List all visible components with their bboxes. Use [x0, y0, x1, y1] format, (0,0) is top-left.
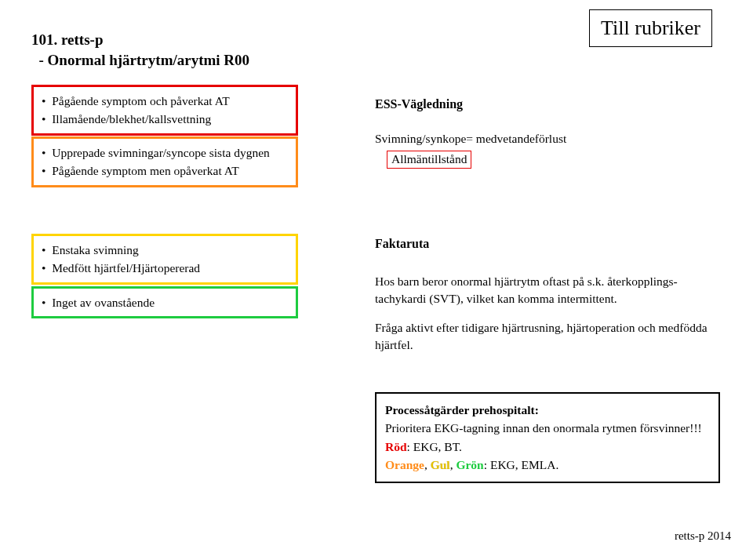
- priority-yellow-item: Enstaka svimning: [42, 241, 289, 259]
- link-till-rubriker-label: Till rubriker: [601, 16, 700, 39]
- fact-box-title: Faktaruta: [375, 237, 429, 251]
- process-title: Processåtgärder prehospitalt:: [385, 401, 710, 419]
- process-oyg-line: Orange, Gul, Grön: EKG, EMLA.: [385, 456, 710, 474]
- label-yellow: Gul: [431, 458, 450, 471]
- priority-yellow-box: Enstaka svimning Medfött hjärtfel/Hjärto…: [31, 234, 298, 285]
- priority-red-item: Pågående symptom och påverkat AT: [42, 92, 289, 110]
- fact-box-body: Hos barn beror onormal hjärtrytm oftast …: [375, 273, 720, 365]
- priority-orange-item: Pågående symptom men opåverkat AT: [42, 162, 289, 180]
- separator: ,: [424, 458, 431, 471]
- priority-orange-item: Upprepade svimningar/syncope sista dygne…: [42, 144, 289, 162]
- link-till-rubriker[interactable]: Till rubriker: [589, 9, 712, 47]
- page-title: 101. retts-p - Onormal hjärtrytm/arytmi …: [31, 30, 249, 70]
- label-green: Grön: [456, 458, 483, 471]
- priority-green-box: Inget av ovanstående: [31, 286, 298, 318]
- label-red: Röd: [385, 440, 407, 453]
- process-line: Prioritera EKG-tagning innan den onormal…: [385, 419, 710, 437]
- title-text: - Onormal hjärtrytm/arytmi R00: [39, 52, 250, 68]
- link-allmantillstand[interactable]: Allmäntillstånd: [387, 151, 471, 169]
- fact-paragraph: Fråga aktivt efter tidigare hjärtrusning…: [375, 319, 720, 355]
- footer-text: retts-p 2014: [675, 529, 731, 543]
- process-red-line: Röd: EKG, BT.: [385, 438, 710, 456]
- process-prehospital-box: Processåtgärder prehospitalt: Prioritera…: [375, 392, 720, 483]
- priority-green-item: Inget av ovanstående: [42, 293, 289, 311]
- title-code: 101. retts-p: [31, 31, 103, 48]
- ess-guidance-title: ESS-Vägledning: [375, 97, 463, 111]
- priority-red-box: Pågående symptom och påverkat AT Illamåe…: [31, 85, 298, 136]
- priority-yellow-item: Medfött hjärtfel/Hjärtopererad: [42, 259, 289, 277]
- process-oyg-text: : EKG, EMLA.: [484, 458, 559, 471]
- link-allmantillstand-label: Allmäntillstånd: [391, 152, 467, 165]
- label-orange: Orange: [385, 458, 424, 471]
- ess-guidance-line: Svimning/synkope= medvetandeförlust: [375, 132, 566, 146]
- process-red-text: : EKG, BT.: [407, 440, 462, 453]
- priority-red-item: Illamående/blekhet/kallsvettning: [42, 110, 289, 128]
- fact-paragraph: Hos barn beror onormal hjärtrytm oftast …: [375, 273, 720, 308]
- priority-orange-box: Upprepade svimningar/syncope sista dygne…: [31, 136, 298, 187]
